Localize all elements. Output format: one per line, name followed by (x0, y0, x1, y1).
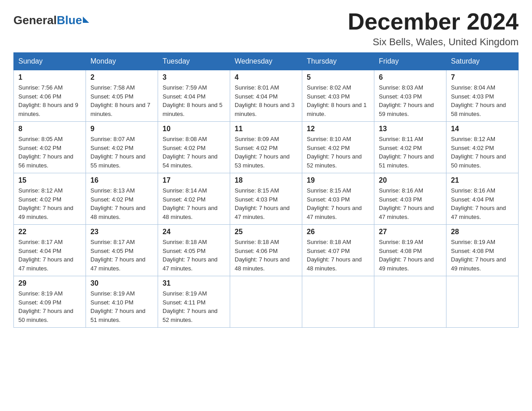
day-number: 6 (379, 73, 442, 81)
calendar-day-cell (302, 276, 374, 328)
day-number: 9 (90, 125, 153, 133)
day-info: Sunrise: 8:16 AMSunset: 4:03 PMDaylight:… (379, 186, 442, 221)
calendar-day-cell: 7Sunrise: 8:04 AMSunset: 4:03 PMDaylight… (446, 70, 519, 122)
calendar-day-cell: 9Sunrise: 8:07 AMSunset: 4:02 PMDaylight… (86, 122, 158, 173)
calendar-week-row: 22Sunrise: 8:17 AMSunset: 4:04 PMDayligh… (14, 225, 519, 276)
day-number: 24 (163, 228, 225, 236)
day-number: 22 (18, 228, 81, 236)
calendar-day-cell: 20Sunrise: 8:16 AMSunset: 4:03 PMDayligh… (374, 173, 446, 225)
day-info: Sunrise: 8:19 AMSunset: 4:10 PMDaylight:… (90, 289, 153, 324)
calendar-day-cell: 1Sunrise: 7:56 AMSunset: 4:06 PMDaylight… (14, 70, 86, 122)
day-info: Sunrise: 8:19 AMSunset: 4:08 PMDaylight:… (379, 238, 442, 273)
day-info: Sunrise: 8:19 AMSunset: 4:08 PMDaylight:… (451, 238, 514, 273)
day-info: Sunrise: 8:15 AMSunset: 4:03 PMDaylight:… (235, 186, 297, 221)
day-info: Sunrise: 8:17 AMSunset: 4:04 PMDaylight:… (18, 238, 81, 273)
day-number: 5 (307, 73, 369, 81)
calendar-day-cell: 15Sunrise: 8:12 AMSunset: 4:02 PMDayligh… (14, 173, 86, 225)
calendar-day-cell: 30Sunrise: 8:19 AMSunset: 4:10 PMDayligh… (86, 276, 158, 328)
calendar-week-row: 8Sunrise: 8:05 AMSunset: 4:02 PMDaylight… (14, 122, 519, 173)
calendar-day-cell: 4Sunrise: 8:01 AMSunset: 4:04 PMDaylight… (230, 70, 302, 122)
logo-blue-text: Blue (57, 13, 82, 27)
day-info: Sunrise: 8:08 AMSunset: 4:02 PMDaylight:… (163, 135, 225, 170)
calendar-week-row: 29Sunrise: 8:19 AMSunset: 4:09 PMDayligh… (14, 276, 519, 328)
header-tuesday: Tuesday (158, 53, 230, 70)
calendar-day-cell: 18Sunrise: 8:15 AMSunset: 4:03 PMDayligh… (230, 173, 302, 225)
calendar-day-cell: 25Sunrise: 8:18 AMSunset: 4:06 PMDayligh… (230, 225, 302, 276)
day-number: 21 (451, 176, 514, 184)
calendar-day-cell: 10Sunrise: 8:08 AMSunset: 4:02 PMDayligh… (158, 122, 230, 173)
day-info: Sunrise: 7:56 AMSunset: 4:06 PMDaylight:… (18, 83, 81, 118)
day-info: Sunrise: 8:19 AMSunset: 4:09 PMDaylight:… (18, 289, 81, 324)
day-number: 10 (163, 125, 225, 133)
calendar-week-row: 15Sunrise: 8:12 AMSunset: 4:02 PMDayligh… (14, 173, 519, 225)
logo-blue-part: Blue (57, 13, 89, 27)
calendar-day-cell: 11Sunrise: 8:09 AMSunset: 4:02 PMDayligh… (230, 122, 302, 173)
day-number: 26 (307, 228, 369, 236)
day-info: Sunrise: 8:14 AMSunset: 4:02 PMDaylight:… (163, 186, 225, 221)
day-number: 27 (379, 228, 442, 236)
day-number: 18 (235, 176, 297, 184)
day-number: 29 (18, 279, 81, 287)
day-info: Sunrise: 7:59 AMSunset: 4:04 PMDaylight:… (163, 83, 225, 118)
calendar-table: SundayMondayTuesdayWednesdayThursdayFrid… (13, 52, 519, 328)
calendar-day-cell: 19Sunrise: 8:15 AMSunset: 4:03 PMDayligh… (302, 173, 374, 225)
calendar-day-cell: 26Sunrise: 8:18 AMSunset: 4:07 PMDayligh… (302, 225, 374, 276)
day-info: Sunrise: 8:12 AMSunset: 4:02 PMDaylight:… (451, 135, 514, 170)
day-info: Sunrise: 8:07 AMSunset: 4:02 PMDaylight:… (90, 135, 153, 170)
logo-triangle-icon (83, 17, 89, 23)
calendar-day-cell: 28Sunrise: 8:19 AMSunset: 4:08 PMDayligh… (446, 225, 519, 276)
header-friday: Friday (374, 53, 446, 70)
calendar-day-cell: 27Sunrise: 8:19 AMSunset: 4:08 PMDayligh… (374, 225, 446, 276)
day-number: 16 (90, 176, 153, 184)
calendar-week-row: 1Sunrise: 7:56 AMSunset: 4:06 PMDaylight… (14, 70, 519, 122)
calendar-day-cell: 6Sunrise: 8:03 AMSunset: 4:03 PMDaylight… (374, 70, 446, 122)
calendar-day-cell: 5Sunrise: 8:02 AMSunset: 4:03 PMDaylight… (302, 70, 374, 122)
day-number: 30 (90, 279, 153, 287)
day-info: Sunrise: 8:05 AMSunset: 4:02 PMDaylight:… (18, 135, 81, 170)
header-monday: Monday (86, 53, 158, 70)
calendar-day-cell: 3Sunrise: 7:59 AMSunset: 4:04 PMDaylight… (158, 70, 230, 122)
day-number: 12 (307, 125, 369, 133)
header-wednesday: Wednesday (230, 53, 302, 70)
calendar-day-cell: 31Sunrise: 8:19 AMSunset: 4:11 PMDayligh… (158, 276, 230, 328)
calendar-day-cell: 12Sunrise: 8:10 AMSunset: 4:02 PMDayligh… (302, 122, 374, 173)
day-info: Sunrise: 8:01 AMSunset: 4:04 PMDaylight:… (235, 83, 297, 118)
day-number: 11 (235, 125, 297, 133)
day-info: Sunrise: 8:18 AMSunset: 4:06 PMDaylight:… (235, 238, 297, 273)
day-number: 20 (379, 176, 442, 184)
day-number: 14 (451, 125, 514, 133)
day-info: Sunrise: 8:11 AMSunset: 4:02 PMDaylight:… (379, 135, 442, 170)
header-sunday: Sunday (14, 53, 86, 70)
day-info: Sunrise: 8:03 AMSunset: 4:03 PMDaylight:… (379, 83, 442, 118)
day-info: Sunrise: 8:04 AMSunset: 4:03 PMDaylight:… (451, 83, 514, 118)
calendar-day-cell (446, 276, 519, 328)
day-number: 3 (163, 73, 225, 81)
day-info: Sunrise: 8:19 AMSunset: 4:11 PMDaylight:… (163, 289, 225, 324)
location-subtitle: Six Bells, Wales, United Kingdom (348, 36, 519, 48)
day-number: 31 (163, 279, 225, 287)
day-number: 1 (18, 73, 81, 81)
calendar-day-cell: 14Sunrise: 8:12 AMSunset: 4:02 PMDayligh… (446, 122, 519, 173)
day-info: Sunrise: 8:02 AMSunset: 4:03 PMDaylight:… (307, 83, 369, 118)
day-number: 23 (90, 228, 153, 236)
calendar-day-cell: 13Sunrise: 8:11 AMSunset: 4:02 PMDayligh… (374, 122, 446, 173)
day-info: Sunrise: 8:18 AMSunset: 4:07 PMDaylight:… (307, 238, 369, 273)
calendar-day-cell (230, 276, 302, 328)
day-number: 13 (379, 125, 442, 133)
header-thursday: Thursday (302, 53, 374, 70)
calendar-day-cell (374, 276, 446, 328)
day-number: 2 (90, 73, 153, 81)
calendar-header-row: SundayMondayTuesdayWednesdayThursdayFrid… (14, 53, 519, 70)
day-number: 7 (451, 73, 514, 81)
calendar-day-cell: 24Sunrise: 8:18 AMSunset: 4:05 PMDayligh… (158, 225, 230, 276)
header-saturday: Saturday (446, 53, 519, 70)
calendar-day-cell: 8Sunrise: 8:05 AMSunset: 4:02 PMDaylight… (14, 122, 86, 173)
calendar-day-cell: 29Sunrise: 8:19 AMSunset: 4:09 PMDayligh… (14, 276, 86, 328)
day-number: 19 (307, 176, 369, 184)
calendar-title-area: December 2024 Six Bells, Wales, United K… (348, 9, 519, 48)
day-number: 15 (18, 176, 81, 184)
day-number: 4 (235, 73, 297, 81)
logo-general-text: General (13, 13, 57, 27)
calendar-day-cell: 16Sunrise: 8:13 AMSunset: 4:02 PMDayligh… (86, 173, 158, 225)
day-info: Sunrise: 8:16 AMSunset: 4:04 PMDaylight:… (451, 186, 514, 221)
